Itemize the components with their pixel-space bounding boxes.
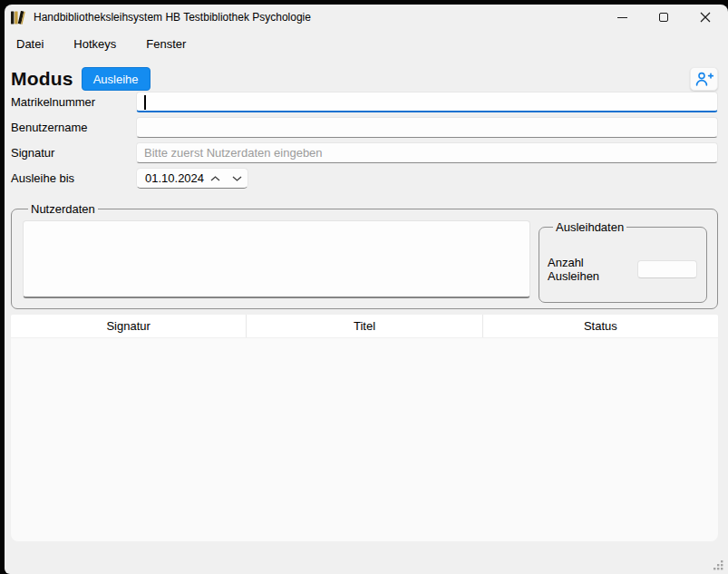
window-controls <box>607 5 721 30</box>
nutzerdaten-legend: Nutzerdaten <box>28 202 98 216</box>
benutzername-label: Benutzername <box>11 121 136 134</box>
signatur-label: Signatur <box>11 146 136 160</box>
mode-ausleihe-button[interactable]: Ausleihe <box>82 67 150 91</box>
app-window: Handbibliotheksleihsystem HB Testbibliot… <box>5 5 728 574</box>
menu-item-datei[interactable]: Datei <box>15 35 44 53</box>
add-user-button[interactable] <box>690 67 718 91</box>
matrikelnummer-row: Matrikelnummer <box>11 92 718 112</box>
resize-grip[interactable] <box>713 559 723 570</box>
mode-row: Modus Ausleihe <box>11 66 718 92</box>
ausleihe-bis-date-spinner[interactable]: 01.10.2024 <box>136 168 248 189</box>
ausleihdaten-group: Ausleihdaten Anzahl Ausleihen <box>539 220 707 303</box>
menu-bar: Datei Hotkeys Fenster <box>5 30 728 57</box>
maximize-icon <box>659 13 668 22</box>
date-value: 01.10.2024 <box>137 171 204 185</box>
main-content: Modus Ausleihe Matrikelnummer Benutzerna… <box>5 66 728 541</box>
ausleihe-bis-label: Ausleihe bis <box>11 171 136 185</box>
window-title: Handbibliotheksleihsystem HB Testbibliot… <box>34 11 311 24</box>
menu-item-hotkeys[interactable]: Hotkeys <box>73 35 117 53</box>
items-table: Signatur Titel Status <box>11 315 718 541</box>
anzahl-row: Anzahl Ausleihen <box>548 256 697 283</box>
person-plus-icon <box>695 72 713 86</box>
column-header-signatur[interactable]: Signatur <box>11 315 247 337</box>
column-header-titel[interactable]: Titel <box>247 315 482 337</box>
text-caret <box>144 95 146 110</box>
minimize-button[interactable] <box>607 6 637 28</box>
date-spinner-up-button[interactable] <box>204 169 226 188</box>
benutzername-field-wrap <box>136 117 718 138</box>
close-icon <box>700 12 711 23</box>
date-spinner-down-button[interactable] <box>226 169 248 188</box>
signatur-row: Signatur <box>11 142 718 163</box>
nutzerdaten-group: Nutzerdaten Ausleihdaten Anzahl Ausleihe… <box>11 202 718 309</box>
benutzername-input[interactable] <box>137 118 717 137</box>
anzahl-ausleihen-input[interactable] <box>637 260 697 278</box>
chevron-up-icon <box>210 176 220 181</box>
matrikelnummer-field-wrap <box>136 92 718 112</box>
table-header: Signatur Titel Status <box>11 315 718 337</box>
ausleihe-bis-row: Ausleihe bis 01.10.2024 <box>11 168 718 189</box>
signatur-field-wrap <box>136 142 718 163</box>
books-icon <box>10 10 27 25</box>
nutzerdaten-textarea[interactable] <box>23 220 530 298</box>
maximize-button[interactable] <box>648 6 679 28</box>
column-header-status[interactable]: Status <box>483 315 718 337</box>
minimize-icon <box>617 17 627 18</box>
benutzername-row: Benutzername <box>11 117 718 138</box>
close-button[interactable] <box>690 6 721 28</box>
ausleihdaten-legend: Ausleihdaten <box>553 220 626 234</box>
signatur-input[interactable] <box>137 143 717 162</box>
chevron-down-icon <box>232 176 242 181</box>
matrikelnummer-label: Matrikelnummer <box>11 95 136 109</box>
anzahl-ausleihen-label: Anzahl Ausleihen <box>548 256 637 283</box>
matrikelnummer-input[interactable] <box>137 92 717 111</box>
title-bar: Handbibliotheksleihsystem HB Testbibliot… <box>5 5 728 30</box>
table-body-empty <box>11 337 718 541</box>
mode-title: Modus <box>11 68 73 90</box>
menu-item-fenster[interactable]: Fenster <box>145 35 187 53</box>
